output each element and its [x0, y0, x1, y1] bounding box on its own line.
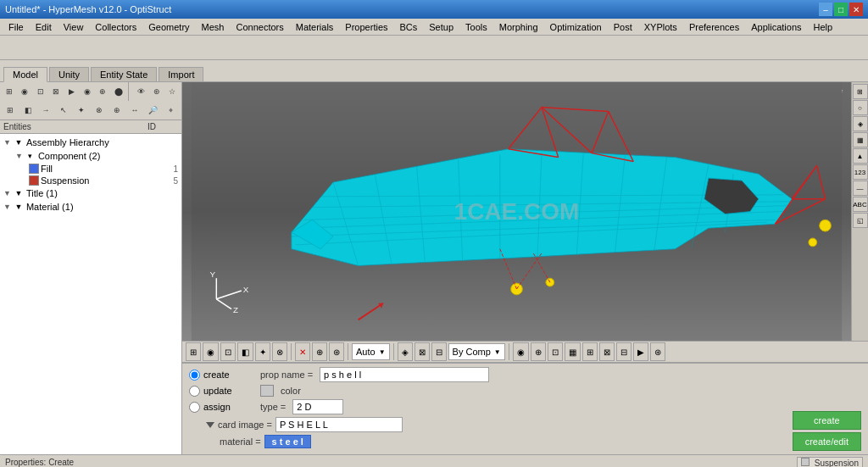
minimize-button[interactable]: – — [819, 3, 832, 16]
btb-btn-c7[interactable]: ⊟ — [616, 342, 632, 361]
viewport[interactable]: Model Info: Untitled* — [182, 82, 868, 341]
close-button[interactable]: ✕ — [849, 3, 863, 16]
bycomp-dropdown[interactable]: By Comp ▼ — [448, 343, 505, 360]
btb-btn-s3[interactable]: ⊟ — [431, 342, 447, 361]
tree-item[interactable]: ▼▼Assembly Hierarchy — [2, 136, 180, 149]
btb-btn-c3[interactable]: ⊡ — [548, 342, 563, 361]
menu-item-help[interactable]: Help — [809, 20, 838, 34]
ltb-btn-r2-3[interactable]: → — [37, 103, 54, 118]
menu-item-connectors[interactable]: Connectors — [231, 20, 288, 34]
btb-btn-c6[interactable]: ⊠ — [599, 342, 615, 361]
btb-btn-c5[interactable]: ⊞ — [582, 342, 598, 361]
ltb-btn-r2-6[interactable]: ⊗ — [91, 103, 108, 118]
btb-btn-s2[interactable]: ⊠ — [415, 342, 430, 361]
sub-tab-import[interactable]: Import — [159, 67, 203, 81]
maximize-button[interactable]: □ — [834, 3, 848, 16]
ltb-btn-r2-2[interactable]: ◧ — [19, 103, 36, 118]
menu-item-edit[interactable]: Edit — [31, 20, 57, 34]
card-image-input[interactable] — [275, 417, 403, 432]
vsb-btn-5[interactable]: ▲ — [853, 148, 868, 164]
type-input[interactable] — [292, 399, 343, 414]
ltb-btn-3[interactable]: ⊡ — [33, 84, 47, 99]
menu-item-xyplots[interactable]: XYPlots — [639, 20, 682, 34]
radio-update[interactable]: update — [189, 386, 257, 397]
menu-item-setup[interactable]: Setup — [424, 20, 459, 34]
sub-tab-model[interactable]: Model — [3, 67, 47, 82]
tree-expand-arrow[interactable]: ▼ — [3, 189, 11, 197]
menu-item-geometry[interactable]: Geometry — [143, 20, 194, 34]
btb-btn-c8[interactable]: ▶ — [633, 342, 648, 361]
btb-btn-5[interactable]: ✦ — [255, 342, 270, 361]
btb-btn-c9[interactable]: ⊛ — [650, 342, 665, 361]
menu-item-file[interactable]: File — [3, 20, 29, 34]
ltb-btn-7[interactable]: ⊕ — [95, 84, 109, 99]
create-edit-button[interactable]: create/edit — [793, 432, 861, 451]
radio-assign[interactable]: assign — [189, 402, 257, 413]
ltb-btn-11[interactable]: ☆ — [165, 84, 180, 99]
tree-expand-arrow[interactable]: ▼ — [15, 152, 23, 160]
ltb-btn-5[interactable]: ▶ — [64, 84, 79, 99]
btb-btn-c4[interactable]: ▦ — [565, 342, 581, 361]
btb-btn-c2[interactable]: ⊕ — [531, 342, 546, 361]
sub-tab-unity[interactable]: Unity — [49, 67, 89, 81]
btb-btn-c1[interactable]: ◉ — [513, 342, 529, 361]
ltb-btn-r2-8[interactable]: ↔ — [126, 103, 143, 118]
menu-item-mesh[interactable]: Mesh — [197, 20, 230, 34]
vsb-btn-8[interactable]: ABC — [853, 197, 868, 212]
ltb-btn-1[interactable]: ⊞ — [2, 84, 16, 99]
vsb-btn-6[interactable]: 123 — [853, 164, 868, 180]
tree-item[interactable]: ▼▾Component (2) — [2, 149, 180, 163]
radio-assign-input[interactable] — [189, 402, 200, 413]
menu-item-tools[interactable]: Tools — [460, 20, 492, 34]
dropdown-triangle-icon[interactable] — [206, 422, 214, 428]
tree-expand-arrow[interactable]: ▼ — [3, 203, 11, 211]
ltb-btn-9[interactable]: 👁 — [134, 84, 148, 99]
btb-btn-3[interactable]: ⊡ — [220, 342, 236, 361]
menu-item-properties[interactable]: Properties — [340, 20, 392, 34]
btb-btn-ref[interactable]: ⊛ — [329, 342, 344, 361]
tree-expand-arrow[interactable]: ▼ — [3, 138, 11, 147]
radio-create[interactable]: create — [189, 370, 257, 381]
ltb-btn-6[interactable]: ◉ — [80, 84, 94, 99]
menu-item-materials[interactable]: Materials — [291, 20, 339, 34]
menu-item-morphing[interactable]: Morphing — [494, 20, 543, 34]
radio-create-input[interactable] — [189, 370, 200, 381]
ltb-btn-r2-4[interactable]: ↖ — [55, 103, 72, 118]
btb-btn-6[interactable]: ⊗ — [272, 342, 287, 361]
tree-item[interactable]: Suspension5 — [2, 175, 180, 186]
vsb-btn-3[interactable]: ◈ — [853, 116, 868, 131]
auto-dropdown[interactable]: Auto ▼ — [352, 343, 390, 360]
vsb-btn-2[interactable]: ○ — [853, 100, 868, 115]
ltb-btn-r2-7[interactable]: ⊕ — [108, 103, 125, 118]
tree-item[interactable]: ▼▼Title (1) — [2, 186, 180, 200]
ltb-btn-10[interactable]: ⊛ — [149, 84, 164, 99]
ltb-btn-r2-1[interactable]: ⊞ — [2, 103, 19, 118]
tree-item[interactable]: Fill1 — [2, 163, 180, 175]
btb-btn-undo[interactable]: ✕ — [295, 342, 310, 361]
vsb-btn-4[interactable]: ▦ — [853, 132, 868, 147]
btb-btn-1[interactable]: ⊞ — [186, 342, 201, 361]
ltb-btn-r2-10[interactable]: ⌖ — [162, 103, 179, 118]
tree-item[interactable]: ▼▼Material (1) — [2, 200, 180, 214]
vsb-btn-1[interactable]: ⊞ — [853, 84, 868, 99]
btb-btn-copy[interactable]: ⊕ — [312, 342, 327, 361]
vsb-btn-9[interactable]: ◱ — [853, 213, 868, 228]
menu-item-applications[interactable]: Applications — [746, 20, 806, 34]
sub-tab-entity-state[interactable]: Entity State — [91, 67, 157, 81]
ltb-btn-r2-5[interactable]: ✦ — [73, 103, 90, 118]
btb-btn-s1[interactable]: ◈ — [398, 342, 413, 361]
radio-update-input[interactable] — [189, 386, 200, 397]
btb-btn-4[interactable]: ◧ — [237, 342, 253, 361]
menu-item-bcs[interactable]: BCs — [395, 20, 423, 34]
create-button[interactable]: create — [793, 411, 861, 430]
menu-item-preferences[interactable]: Preferences — [684, 20, 744, 34]
btb-btn-2[interactable]: ◉ — [203, 342, 219, 361]
menu-item-post[interactable]: Post — [609, 20, 637, 34]
ltb-btn-2[interactable]: ◉ — [17, 84, 31, 99]
ltb-btn-r2-9[interactable]: 🔎 — [144, 103, 161, 118]
menu-item-collectors[interactable]: Collectors — [90, 20, 142, 34]
ltb-btn-8[interactable]: ⬤ — [111, 84, 125, 99]
menu-item-view[interactable]: View — [58, 20, 89, 34]
prop-name-input[interactable]: p s h e l l — [320, 367, 489, 382]
ltb-btn-4[interactable]: ⊠ — [48, 84, 63, 99]
